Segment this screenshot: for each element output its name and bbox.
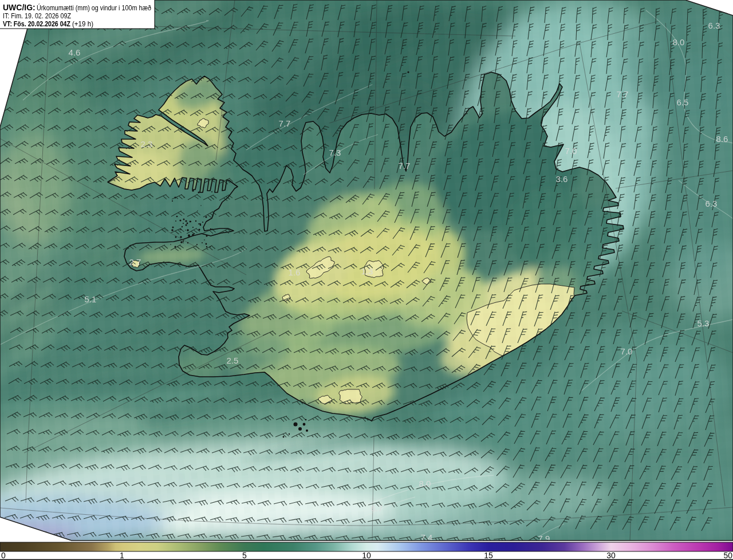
svg-text:7.7: 7.7 [617, 89, 629, 99]
svg-text:6.3: 6.3 [708, 21, 720, 30]
svg-text:7.0: 7.0 [565, 146, 577, 156]
svg-text:IT: Fim. 19. 02. 2026 09Z: IT: Fim. 19. 02. 2026 09Z [3, 12, 71, 20]
svg-text:2.3: 2.3 [141, 139, 153, 149]
svg-text:6.5: 6.5 [677, 97, 689, 107]
svg-text:7.0: 7.0 [621, 346, 633, 356]
svg-text:50: 50 [723, 551, 732, 560]
svg-text:0: 0 [1, 551, 6, 560]
svg-text:UWC/IG:: UWC/IG: [3, 3, 36, 12]
svg-text:30: 30 [606, 551, 616, 560]
svg-text:2.7: 2.7 [129, 257, 141, 267]
svg-text:6.3: 6.3 [706, 199, 718, 208]
svg-text:4.6: 4.6 [69, 48, 81, 57]
svg-text:1: 1 [120, 551, 124, 560]
svg-text:3.6: 3.6 [556, 174, 568, 184]
svg-text:8.6: 8.6 [716, 134, 728, 144]
svg-text:(+19 h): (+19 h) [72, 20, 93, 28]
svg-text:6.7: 6.7 [371, 503, 383, 513]
svg-text:8.0: 8.0 [673, 37, 685, 47]
svg-text:VT: Fös. 20.02.2026 04Z: VT: Fös. 20.02.2026 04Z [3, 20, 70, 28]
svg-text:7.7: 7.7 [279, 119, 291, 128]
svg-text:5: 5 [242, 551, 247, 560]
svg-text:5.1: 5.1 [85, 294, 97, 304]
svg-text:1.3: 1.3 [361, 266, 373, 276]
svg-text:7.3: 7.3 [329, 148, 341, 157]
svg-text:1.6: 1.6 [289, 267, 301, 277]
svg-text:7.7: 7.7 [399, 161, 411, 171]
svg-text:10: 10 [362, 551, 371, 560]
svg-text:5.3: 5.3 [697, 318, 710, 328]
svg-text:8.0: 8.0 [419, 479, 431, 488]
svg-text:2.5: 2.5 [227, 356, 239, 365]
svg-text:15: 15 [484, 551, 493, 560]
svg-text:Úrkomumætti (mm) og vindur i 1: Úrkomumætti (mm) og vindur i 100m hæð [37, 3, 151, 12]
